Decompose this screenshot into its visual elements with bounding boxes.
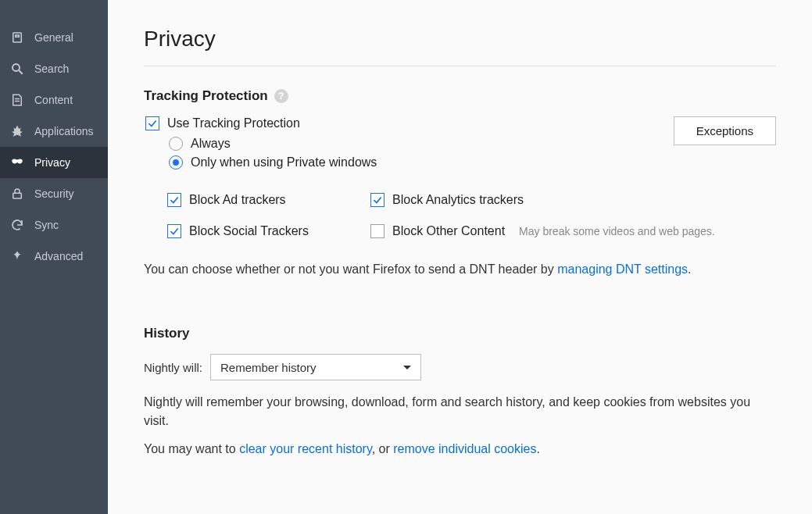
block-other-checkbox[interactable] [370,224,385,238]
history-post: . [536,442,539,455]
use-tracking-protection-checkbox[interactable] [145,116,159,130]
dnt-text: You can choose whether or not you want F… [144,260,776,279]
help-icon[interactable]: ? [274,89,288,103]
chevron-down-icon [403,366,411,369]
history-desc: Nightly will remember your browsing, dow… [144,393,776,430]
history-mid: , or [372,442,394,455]
sidebar-item-search[interactable]: Search [0,53,108,84]
svg-rect-6 [13,193,22,198]
svg-point-2 [13,64,20,71]
content-icon [9,92,25,108]
block-analytics-checkbox[interactable] [370,193,385,207]
page-title: Privacy [144,27,776,52]
history-select-value: Remember history [220,361,317,374]
sidebar-item-label: Search [34,62,69,75]
remove-cookies-link[interactable]: remove individual cookies [393,442,536,455]
sidebar-item-label: Security [34,187,74,200]
applications-icon [9,123,25,139]
history-links: You may want to clear your recent histor… [144,440,776,459]
sidebar-item-label: Sync [34,219,59,231]
tracking-always-radio[interactable] [169,137,183,151]
history-prefix: Nightly will: [144,361,202,374]
history-mode-select[interactable]: Remember history [210,354,421,380]
sidebar-item-label: Content [34,94,73,106]
block-ad-label: Block Ad trackers [189,193,286,207]
clear-history-link[interactable]: clear your recent history [239,442,372,455]
privacy-mask-icon [9,155,25,170]
main-panel: Privacy Tracking Protection ? Use Tracki… [108,0,812,514]
sidebar-item-security[interactable]: Security [0,178,108,209]
history-suffix-pre: You may want to [144,442,239,455]
dnt-pre: You can choose whether or not you want F… [144,262,557,276]
lock-icon [9,186,25,202]
tracking-private-label: Only when using Private windows [191,155,377,170]
sidebar-item-label: Privacy [34,156,70,169]
title-divider [144,66,776,66]
dnt-settings-link[interactable]: managing DNT settings [557,262,688,276]
search-icon [9,61,25,77]
use-tracking-protection-label: Use Tracking Protection [167,116,300,130]
sidebar-item-sync[interactable]: Sync [0,209,108,241]
sync-icon [9,217,25,233]
sidebar-item-label: General [34,31,73,44]
sidebar-item-label: Advanced [34,250,83,262]
block-ad-checkbox[interactable] [167,193,181,207]
general-icon [9,30,25,45]
block-social-checkbox[interactable] [167,224,181,238]
block-other-label: Block Other Content [392,224,505,238]
sidebar-item-applications[interactable]: Applications [0,116,108,147]
history-heading: History [144,326,190,341]
preferences-sidebar: General Search Content Applications Priv… [0,0,108,514]
sidebar-item-general[interactable]: General [0,22,108,53]
sidebar-item-content[interactable]: Content [0,84,108,116]
tracking-heading: Tracking Protection [144,88,268,104]
exceptions-button[interactable]: Exceptions [674,116,776,145]
sidebar-item-advanced[interactable]: Advanced [0,241,108,272]
tracking-private-radio[interactable] [169,155,183,170]
dnt-post: . [688,262,691,276]
block-analytics-label: Block Analytics trackers [392,193,524,207]
block-social-label: Block Social Trackers [189,224,309,238]
block-other-hint: May break some videos and web pages. [519,225,715,237]
advanced-icon [9,248,25,264]
svg-line-3 [19,70,23,74]
svg-rect-1 [16,35,20,37]
sidebar-item-privacy[interactable]: Privacy [0,147,108,178]
tracking-always-label: Always [191,137,231,151]
sidebar-item-label: Applications [34,125,94,137]
